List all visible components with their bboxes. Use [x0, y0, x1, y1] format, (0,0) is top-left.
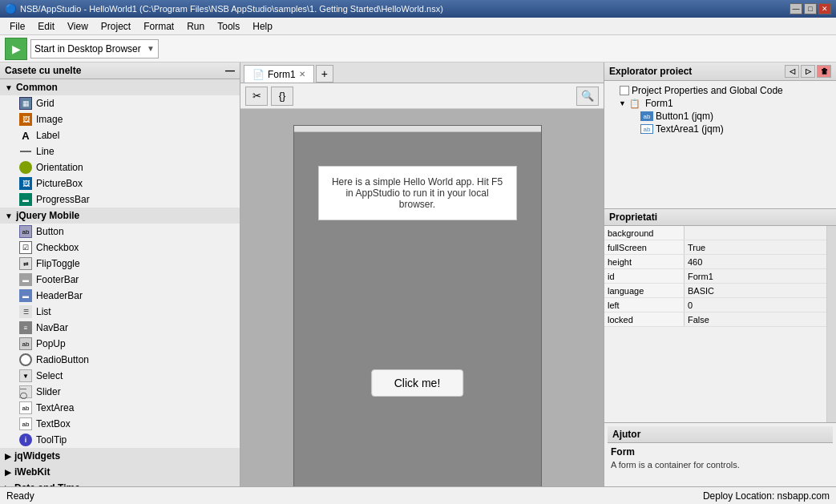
project-label: Project Properties and Global Code	[632, 85, 783, 96]
popup-label: PopUp	[36, 338, 66, 349]
run-mode-dropdown[interactable]: Start in Desktop Browser ▼	[30, 39, 159, 58]
section-common[interactable]: ▼ Common	[0, 79, 240, 95]
form-canvas[interactable]: Here is a simple Hello World app. Hit F5…	[293, 125, 542, 486]
run-button[interactable]: ▶	[5, 38, 27, 60]
properties-panel: Proprietati background fullScreen True h…	[604, 209, 836, 422]
slider-icon: —◯	[19, 385, 32, 398]
prop-name-id: id	[604, 269, 685, 283]
toolbox-item-footerbar[interactable]: ▬ FooterBar	[0, 272, 240, 288]
close-button[interactable]: ✕	[818, 3, 831, 14]
section-jquery-mobile[interactable]: ▼ jQuery Mobile	[0, 208, 240, 224]
toolbox-item-textbox[interactable]: ab TextBox	[0, 416, 240, 432]
list-label: List	[36, 306, 51, 317]
search-button[interactable]: 🔍	[576, 87, 599, 106]
tab-form1-close[interactable]: ✕	[299, 70, 305, 79]
line-icon	[19, 145, 32, 158]
image-label: Image	[36, 114, 63, 125]
menu-item-format[interactable]: Format	[137, 19, 180, 34]
tab-add-button[interactable]: +	[316, 65, 333, 83]
help-content: Form A form is a container for controls.	[608, 443, 833, 473]
project-checkbox[interactable]	[620, 86, 629, 95]
search-icon: 🔍	[581, 90, 594, 102]
select-label: Select	[36, 370, 63, 381]
properties-title: Proprietati	[609, 212, 657, 223]
explorer-btn1[interactable]: ◁	[785, 65, 799, 78]
toolbox-minimize[interactable]: —	[225, 65, 235, 76]
menu-item-file[interactable]: File	[3, 19, 31, 34]
tree-item-project[interactable]: Project Properties and Global Code	[608, 84, 833, 97]
prop-value-background[interactable]	[685, 226, 826, 240]
checkbox-label: Checkbox	[36, 242, 79, 253]
toolbox-item-slider[interactable]: —◯ Slider	[0, 384, 240, 400]
toolbox-item-headerbar[interactable]: ▬ HeaderBar	[0, 288, 240, 304]
toolbox-item-grid[interactable]: ▦ Grid	[0, 95, 240, 111]
button1-tree-icon: ab	[640, 111, 653, 121]
minimize-button[interactable]: —	[790, 3, 802, 14]
menu-item-view[interactable]: View	[61, 19, 95, 34]
toolbox-item-tooltip[interactable]: i ToolTip	[0, 432, 240, 448]
toolbox-item-checkbox[interactable]: ☑ Checkbox	[0, 240, 240, 256]
expand-iwebkit-icon: ▶	[5, 468, 11, 477]
toolbox-item-select[interactable]: ▼ Select	[0, 368, 240, 384]
click-me-button[interactable]: Click me!	[371, 369, 464, 397]
section-datetime[interactable]: ▶ Date and Time	[0, 480, 240, 486]
toolbox-item-popup[interactable]: ab PopUp	[0, 336, 240, 352]
menu-item-project[interactable]: Project	[95, 19, 137, 34]
maximize-button[interactable]: □	[804, 3, 817, 14]
label-icon: A	[19, 129, 32, 142]
menu-item-tools[interactable]: Tools	[211, 19, 246, 34]
editor-panel: 📄 Form1 ✕ + ✂ {} 🔍 Here is	[240, 62, 604, 486]
toolbox-item-textarea[interactable]: ab TextArea	[0, 400, 240, 416]
prop-value-locked[interactable]: False	[685, 312, 826, 326]
hello-world-text: Here is a simple Hello World app. Hit F5…	[318, 166, 517, 220]
toolbox-item-orientation[interactable]: Orientation	[0, 159, 240, 175]
titlebar-left: 🔵 NSB/AppStudio - HelloWorld1 (C:\Progra…	[5, 3, 443, 14]
tree-item-form1[interactable]: ▼ 📋 Form1	[608, 97, 833, 110]
toolbox-item-button[interactable]: ab Button	[0, 224, 240, 240]
design-mode-button[interactable]: ✂	[245, 87, 268, 106]
prop-value-id[interactable]: Form1	[685, 269, 826, 283]
section-jqwidgets[interactable]: ▶ jqWidgets	[0, 448, 240, 464]
properties-scrollbar[interactable]	[826, 226, 836, 422]
textbox-label: TextBox	[36, 418, 71, 429]
main-area: Casete cu unelte — ▼ Common ▦ Grid 🖼 Ima…	[0, 62, 836, 486]
toolbox-item-label[interactable]: A Label	[0, 127, 240, 143]
progressbar-icon: ▬	[19, 193, 32, 206]
prop-row-left: left 0	[604, 298, 826, 312]
menu-item-edit[interactable]: Edit	[31, 19, 61, 34]
prop-value-language[interactable]: BASIC	[685, 284, 826, 297]
explorer-btn2[interactable]: ▷	[801, 65, 815, 78]
code-mode-button[interactable]: {}	[271, 87, 293, 106]
textarea-label: TextArea	[36, 402, 74, 413]
menu-item-run[interactable]: Run	[180, 19, 211, 34]
toolbox-panel: Casete cu unelte — ▼ Common ▦ Grid 🖼 Ima…	[0, 62, 240, 486]
common-items: ▦ Grid 🖼 Image A Label Line Orienta	[0, 95, 240, 208]
tree-expand-form1: ▼	[619, 99, 627, 107]
tree-item-button1[interactable]: ab Button1 (jqm)	[608, 110, 833, 123]
toolbox-item-list[interactable]: ☰ List	[0, 304, 240, 320]
headerbar-icon: ▬	[19, 289, 32, 302]
toolbox-item-radiobutton[interactable]: RadioButton	[0, 352, 240, 368]
section-iwebkit[interactable]: ▶ iWebKit	[0, 464, 240, 480]
section-common-label: Common	[16, 82, 58, 93]
grid-label: Grid	[36, 98, 55, 109]
toolbox-item-navbar[interactable]: ≡ NavBar	[0, 320, 240, 336]
toolbox-item-line[interactable]: Line	[0, 143, 240, 159]
orientation-label: Orientation	[36, 162, 83, 173]
toolbox-item-picturebox[interactable]: 🖼 PictureBox	[0, 175, 240, 192]
tree-item-textarea1[interactable]: ab TextArea1 (jqm)	[608, 123, 833, 135]
prop-value-height[interactable]: 460	[685, 255, 826, 268]
explorer-btn3[interactable]: 🗑	[817, 65, 831, 78]
canvas-top-bar	[294, 126, 541, 132]
prop-value-left[interactable]: 0	[685, 298, 826, 312]
prop-row-height: height 460	[604, 255, 826, 269]
toolbox-item-progressbar[interactable]: ▬ ProgressBar	[0, 192, 240, 208]
toolbox-item-image[interactable]: 🖼 Image	[0, 111, 240, 127]
tab-form1[interactable]: 📄 Form1 ✕	[244, 65, 314, 83]
toolbox-item-fliptoggle[interactable]: ⇄ FlipToggle	[0, 256, 240, 272]
textarea1-tree-icon: ab	[640, 124, 653, 134]
menu-item-help[interactable]: Help	[246, 19, 279, 34]
section-jqm-label: jQuery Mobile	[16, 210, 79, 221]
label-label: Label	[36, 130, 59, 141]
prop-value-fullscreen[interactable]: True	[685, 240, 826, 254]
